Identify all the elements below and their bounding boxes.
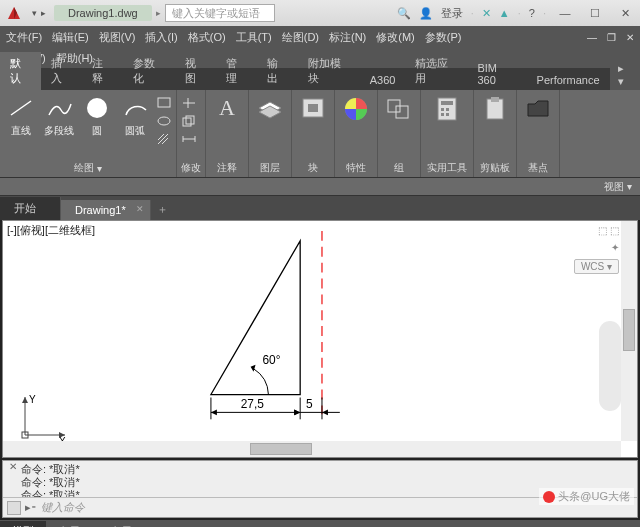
tool-circle[interactable]: 圆 xyxy=(80,94,114,138)
tool-polyline[interactable]: 多段线 xyxy=(42,94,76,138)
ribbon-tab-strip: 默认 插入 注释 参数化 视图 管理 输出 附加模块 A360 精选应用 BIM… xyxy=(0,68,640,90)
ribbon-tab-bim360[interactable]: BIM 360 xyxy=(467,58,526,90)
menu-format[interactable]: 格式(O) xyxy=(188,30,226,45)
color-wheel-icon xyxy=(341,94,371,124)
doc-tab-new[interactable]: ＋ xyxy=(151,202,175,220)
help-icon[interactable]: ? xyxy=(529,7,535,19)
layout-tab-1[interactable]: 布局1 xyxy=(46,521,98,528)
stretch-icon[interactable] xyxy=(181,132,197,146)
maximize-button[interactable]: ☐ xyxy=(580,3,610,23)
ribbon-tab-a360[interactable]: A360 xyxy=(360,70,406,90)
menu-param[interactable]: 参数(P) xyxy=(425,30,462,45)
qat-chevron-icon[interactable]: ▸ xyxy=(156,8,161,18)
layout-tab-model[interactable]: 模型 xyxy=(0,521,46,528)
layout-tab-strip: 模型 布局1 布局2 ＋ xyxy=(0,520,640,527)
wcs-button[interactable]: WCS ▾ xyxy=(574,259,619,274)
search-icon[interactable]: 🔍 xyxy=(397,7,411,20)
doc-close-button[interactable]: ✕ xyxy=(626,32,634,43)
view-controls[interactable]: ⬚ ⬚ ✦ WCS ▾ xyxy=(574,225,619,274)
viewport-label[interactable]: [-][俯视][二维线框] xyxy=(7,223,95,238)
ribbon-tab-default[interactable]: 默认 xyxy=(0,52,41,90)
menu-insert[interactable]: 插入(I) xyxy=(145,30,177,45)
login-link[interactable]: 登录 xyxy=(441,6,463,21)
panel-label-util[interactable]: 实用工具 xyxy=(427,161,467,175)
a360-icon[interactable]: ▲ xyxy=(499,7,510,19)
app-logo[interactable] xyxy=(4,3,24,23)
cmd-prompt-icon[interactable] xyxy=(7,501,21,515)
panel-label-prop[interactable]: 特性 xyxy=(346,161,366,175)
tool-clipboard[interactable] xyxy=(478,94,512,124)
panel-label-base[interactable]: 基点 xyxy=(528,161,548,175)
menu-tools[interactable]: 工具(T) xyxy=(236,30,272,45)
login-icon[interactable]: 👤 xyxy=(419,7,433,20)
exchange-icon[interactable]: ✕ xyxy=(482,7,491,20)
svg-rect-18 xyxy=(491,97,499,102)
doc-tab-current[interactable]: Drawing1*✕ xyxy=(61,200,151,220)
panel-label-modify[interactable]: 修改 xyxy=(181,161,201,175)
menu-file[interactable]: 文件(F) xyxy=(6,30,42,45)
ucs-icon[interactable]: XY xyxy=(17,393,67,447)
move-icon[interactable] xyxy=(181,96,197,110)
panel-label-draw[interactable]: 绘图 xyxy=(74,161,94,175)
doc-tab-start[interactable]: 开始 xyxy=(0,197,61,220)
panel-label-group[interactable]: 组 xyxy=(394,161,404,175)
scrollbar-horizontal[interactable] xyxy=(3,441,621,457)
viewcube-icon[interactable]: ⬚ ⬚ xyxy=(598,225,619,236)
tool-properties[interactable] xyxy=(339,94,373,124)
ribbon-scroll-icon[interactable]: ▸ ▾ xyxy=(610,60,640,90)
search-input[interactable]: 键入关键字或短语 xyxy=(165,4,275,22)
ribbon-tab-param[interactable]: 参数化 xyxy=(123,52,175,90)
tool-text[interactable]: A xyxy=(210,94,244,122)
ribbon-tab-output[interactable]: 输出 xyxy=(257,52,298,90)
cmd-close-icon[interactable]: ✕ xyxy=(9,461,17,472)
doc-minimize-button[interactable]: — xyxy=(587,32,597,43)
tool-basepoint[interactable] xyxy=(521,94,555,124)
tool-utilities[interactable] xyxy=(425,94,469,124)
ribbon-tab-view[interactable]: 视图 xyxy=(175,52,216,90)
ribbon-tab-annot[interactable]: 注释 xyxy=(82,52,123,90)
panel-label-layer[interactable]: 图层 xyxy=(260,161,280,175)
panel-label-annot[interactable]: 注释 xyxy=(217,161,237,175)
menu-dim[interactable]: 标注(N) xyxy=(329,30,366,45)
ribbon-tab-addons[interactable]: 附加模块 xyxy=(298,52,360,90)
draw-extra-tools[interactable] xyxy=(156,94,172,146)
menu-draw[interactable]: 绘图(D) xyxy=(282,30,319,45)
panel-clip: 剪贴板 xyxy=(474,90,517,177)
clipboard-icon xyxy=(480,94,510,124)
panel-label-view[interactable]: 视图 xyxy=(604,180,624,194)
ribbon-tab-manage[interactable]: 管理 xyxy=(216,52,257,90)
quick-access-toolbar[interactable]: ▾▸ xyxy=(28,8,50,18)
close-button[interactable]: ✕ xyxy=(610,3,640,23)
layout-tab-2[interactable]: 布局2 xyxy=(98,521,150,528)
tool-line[interactable]: 直线 xyxy=(4,94,38,138)
block-icon xyxy=(298,94,328,124)
scrollbar-vertical[interactable] xyxy=(621,221,637,441)
panel-label-clip[interactable]: 剪贴板 xyxy=(480,161,510,175)
panel-label-block[interactable]: 块 xyxy=(308,161,318,175)
svg-point-3 xyxy=(158,117,170,125)
tool-arc[interactable]: 圆弧 xyxy=(118,94,152,138)
rect-icon[interactable] xyxy=(156,96,172,110)
drawing-canvas[interactable]: [-][俯视][二维线框] ⬚ ⬚ ✦ WCS ▾ 60° 27,5 5 XY xyxy=(2,220,638,458)
navigation-bar[interactable] xyxy=(599,321,621,411)
ribbon-tab-featured[interactable]: 精选应用 xyxy=(405,52,467,90)
menu-modify[interactable]: 修改(M) xyxy=(376,30,415,45)
hatch-icon[interactable] xyxy=(156,132,172,146)
ribbon-tab-insert[interactable]: 插入 xyxy=(41,52,82,90)
compass-icon[interactable]: ✦ xyxy=(611,242,619,253)
tool-block[interactable] xyxy=(296,94,330,124)
copy-icon[interactable] xyxy=(181,114,197,128)
tool-layer[interactable] xyxy=(253,94,287,124)
minimize-button[interactable]: — xyxy=(550,3,580,23)
menu-edit[interactable]: 编辑(E) xyxy=(52,30,89,45)
doc-restore-button[interactable]: ❐ xyxy=(607,32,616,43)
tool-group[interactable] xyxy=(382,94,416,124)
ribbon-tab-perf[interactable]: Performance xyxy=(527,70,610,90)
svg-rect-5 xyxy=(186,116,194,124)
modify-tools[interactable] xyxy=(181,94,197,146)
ellipse-icon[interactable] xyxy=(156,114,172,128)
panel-prop: 特性 xyxy=(335,90,378,177)
close-icon[interactable]: ✕ xyxy=(136,204,144,214)
layout-tab-new[interactable]: ＋ xyxy=(150,521,177,528)
menu-view[interactable]: 视图(V) xyxy=(99,30,136,45)
